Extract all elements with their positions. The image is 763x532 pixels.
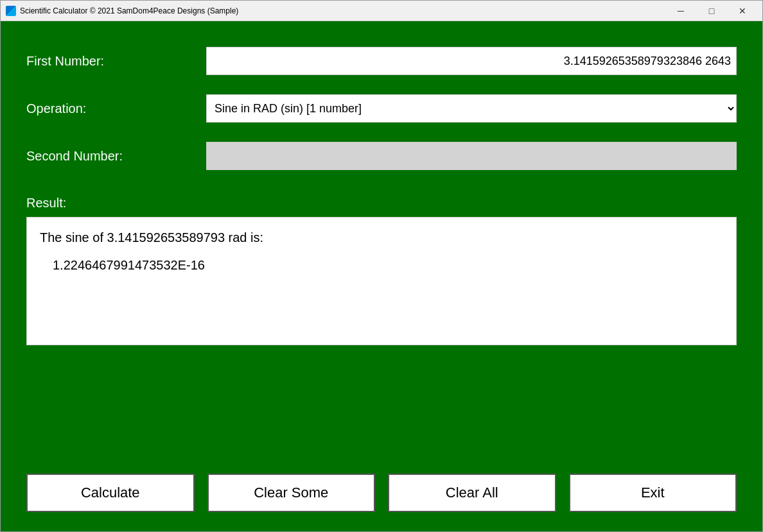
window-title: Scientific Calculator © 2021 SamDom4Peac… [20,6,666,15]
operation-row: Operation: Sine in RAD (sin) [1 number] … [26,94,737,123]
maximize-button[interactable]: □ [697,1,726,21]
result-box: The sine of 3.141592653589793 rad is: 1.… [26,217,737,345]
app-icon [6,6,16,16]
result-label: Result: [26,196,737,210]
close-button[interactable]: ✕ [728,1,757,21]
titlebar: Scientific Calculator © 2021 SamDom4Peac… [1,1,762,21]
result-line2: 1.2246467991473532E-16 [40,258,723,273]
clear-some-button[interactable]: Clear Some [207,474,376,512]
first-number-label: First Number: [26,54,206,69]
second-number-input[interactable] [206,142,737,170]
operation-label: Operation: [26,101,206,116]
result-line1: The sine of 3.141592653589793 rad is: [40,230,723,245]
first-number-input[interactable] [206,47,737,75]
button-bar: Calculate Clear Some Clear All Exit [26,461,737,519]
second-number-label: Second Number: [26,149,206,164]
result-section: Result: The sine of 3.141592653589793 ra… [26,196,737,461]
window-controls: ─ □ ✕ [666,1,757,21]
clear-all-button[interactable]: Clear All [388,474,556,512]
first-number-row: First Number: [26,47,737,75]
main-window: Scientific Calculator © 2021 SamDom4Peac… [0,0,763,532]
calculate-button[interactable]: Calculate [26,474,195,512]
minimize-button[interactable]: ─ [666,1,696,21]
second-number-row: Second Number: [26,142,737,170]
operation-select[interactable]: Sine in RAD (sin) [1 number] Cosine in R… [206,94,737,123]
main-content: First Number: Operation: Sine in RAD (si… [1,21,762,531]
exit-button[interactable]: Exit [569,474,737,512]
